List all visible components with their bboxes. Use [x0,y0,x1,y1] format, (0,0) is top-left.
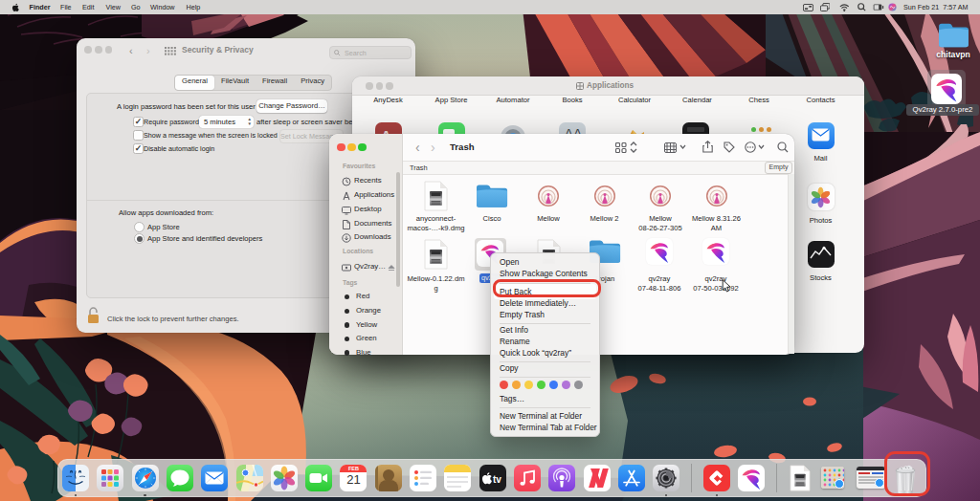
svg-text:tv: tv [493,474,501,485]
